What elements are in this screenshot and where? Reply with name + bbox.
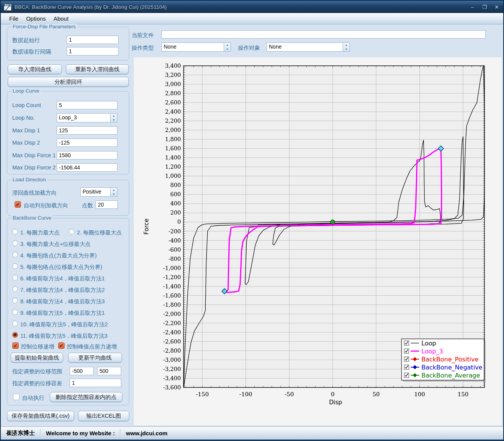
app-icon: BBCA	[4, 3, 11, 11]
backbone-radio-6[interactable]	[12, 275, 18, 280]
y-tick-label: 1,200	[165, 164, 181, 170]
backbone-radio-label-3: 3. 每圈力最大点+位移最大点	[20, 241, 91, 248]
control-disp-checkbox[interactable]: ✔	[12, 342, 19, 349]
analyze-loop-button[interactable]: 分析滞回环	[8, 77, 129, 87]
max-disp2-input[interactable]	[57, 138, 117, 147]
menu-file[interactable]: File	[5, 14, 22, 23]
range-max-input[interactable]	[97, 367, 121, 375]
backbone-radio-10[interactable]	[12, 321, 18, 326]
label-max-disp1: Max Disp 1	[12, 127, 40, 133]
group-title: Loop Curve	[11, 88, 41, 94]
backbone-radio-label-1: 1. 每圈力最大点	[20, 229, 60, 236]
auto-direction-checkbox[interactable]: ✔	[15, 201, 21, 208]
chart-panel[interactable]: 3,4003,2003,0002,8002,6002,4002,2002,000…	[134, 57, 502, 425]
backbone-radio-7[interactable]	[12, 286, 18, 292]
label-auto-direction: 自动判别加载方向	[24, 202, 68, 209]
backbone-radio-11[interactable]	[12, 332, 18, 338]
y-tick-label: -1,600	[163, 293, 181, 299]
menu-about[interactable]: About	[50, 14, 72, 23]
max-force1-input[interactable]	[57, 151, 117, 159]
points-input[interactable]	[96, 200, 118, 209]
control-force-checkbox[interactable]: ✔	[58, 342, 65, 349]
export-excel-button[interactable]: 输出EXCEL图	[78, 411, 129, 421]
y-tick-label: -2,000	[163, 311, 181, 317]
range-min-input[interactable]	[70, 367, 94, 375]
update-average-button[interactable]: 更新平均曲线	[68, 353, 122, 363]
label-op-target: 操作对象	[238, 44, 260, 52]
backbone-radio-1[interactable]	[12, 229, 18, 234]
backbone-radio-5[interactable]	[12, 263, 18, 269]
status-website-link[interactable]: www.jdcui.com	[120, 430, 173, 436]
op-type-spinner[interactable]: None ▲▼	[161, 42, 231, 52]
label-load-direction: 滞回曲线加载方向	[12, 189, 57, 197]
op-type-value: None	[162, 43, 224, 51]
legend-label: BackBone_Average	[421, 372, 480, 379]
close-button[interactable]: ✕	[493, 4, 500, 10]
x-tick-label: 150	[458, 391, 469, 398]
backbone-radio-8[interactable]	[12, 298, 18, 303]
import-curve-button[interactable]: 导入滞回曲线	[8, 64, 62, 74]
y-tick-label: -2,200	[163, 320, 181, 326]
y-tick-label: 2,800	[165, 90, 181, 96]
y-tick-label: -1,000	[163, 265, 181, 271]
y-tick-label: -800	[168, 256, 181, 262]
y-tick-label: -2,800	[163, 348, 181, 354]
backbone-radio-label-11: 11. 峰值前取方法5，峰值后取方法3	[20, 332, 107, 340]
x-tick-label: 50	[372, 391, 380, 398]
spinner-arrows-icon[interactable]: ▲▼	[343, 43, 350, 51]
row-interval-input[interactable]	[67, 47, 119, 55]
backbone-radio-2[interactable]	[69, 229, 75, 234]
extract-backbone-button[interactable]: 提取初始骨架曲线	[11, 353, 63, 363]
label-adjust-range: 指定调整的位移范围	[12, 368, 62, 375]
y-tick-label: -1,200	[163, 274, 181, 280]
backbone-radio-9[interactable]	[12, 309, 18, 315]
force-disp-chart[interactable]: 3,4003,2003,0002,8002,6002,4002,2002,000…	[134, 57, 502, 425]
label-loop-no: Loop No.	[12, 115, 35, 121]
delete-points-button[interactable]: 删除指定范围容差内的点	[50, 392, 122, 402]
auto-exec-checkbox[interactable]	[13, 394, 20, 400]
backbone-radio-3[interactable]	[12, 240, 18, 246]
op-target-spinner[interactable]: None ▲▼	[267, 42, 350, 52]
title-bar[interactable]: BBCA BBCA: BackBone Curve Analysis (by D…	[1, 1, 503, 13]
y-tick-label: -200	[168, 228, 181, 234]
y-tick-label: -3,000	[163, 357, 181, 363]
y-tick-label: -600	[168, 247, 181, 253]
label-loop-count: Loop Count	[12, 102, 41, 108]
y-tick-label: 3,400	[165, 63, 181, 69]
start-row-input[interactable]	[67, 36, 119, 44]
loop-count-input[interactable]	[57, 101, 117, 109]
marker-BackBone_Average[interactable]	[330, 220, 335, 224]
backbone-radio-label-8: 8. 峰值前取方法4，峰值后取方法3	[20, 298, 105, 305]
label-current-file: 当前文件	[132, 32, 154, 39]
max-force2-input[interactable]	[57, 163, 117, 172]
spinner-arrows-icon[interactable]: ▲▼	[110, 188, 117, 196]
y-tick-label: -3,400	[163, 375, 181, 381]
maximize-button[interactable]: ❐	[481, 4, 488, 10]
loop-no-spinner[interactable]: Loop_3 ▲▼	[57, 113, 117, 122]
save-csv-button[interactable]: 保存骨架曲线结果(.csv)	[7, 411, 74, 421]
current-file-input[interactable]	[161, 30, 486, 39]
y-tick-label: -2,600	[163, 338, 181, 345]
y-tick-label: 400	[170, 200, 181, 207]
backbone-radio-label-9: 9. 峰值前取方法5，峰值后取方法1	[20, 309, 105, 317]
backbone-radio-4[interactable]	[12, 252, 18, 257]
window-bottom-edge	[1, 439, 503, 441]
status-bar: 崔济东博士 Welcome to my Website : www.jdcui.…	[1, 426, 503, 439]
reimport-curve-button[interactable]: 重新导入滞回曲线	[66, 64, 129, 74]
tolerance-input[interactable]	[70, 379, 121, 387]
label-start-row: 数据起始行	[12, 37, 40, 44]
status-author: 崔济东博士	[1, 430, 40, 437]
y-tick-label: 2,400	[165, 109, 181, 115]
max-disp1-input[interactable]	[57, 126, 117, 135]
spinner-arrows-icon[interactable]: ▲▼	[110, 114, 117, 122]
y-tick-label: 800	[170, 182, 181, 188]
load-direction-spinner[interactable]: Positive ▲▼	[80, 187, 117, 197]
minimize-button[interactable]: –	[469, 4, 476, 10]
menu-options[interactable]: Options	[22, 14, 50, 23]
y-tick-label: 3,200	[165, 72, 181, 78]
y-tick-label: 2,000	[165, 127, 181, 133]
spinner-arrows-icon[interactable]: ▲▼	[224, 43, 231, 51]
label-op-type: 操作类型	[132, 44, 154, 52]
backbone-radio-label-5: 5. 每圈包络点(位移最大点为分界)	[20, 264, 102, 271]
y-tick-label: -1,800	[163, 302, 181, 308]
